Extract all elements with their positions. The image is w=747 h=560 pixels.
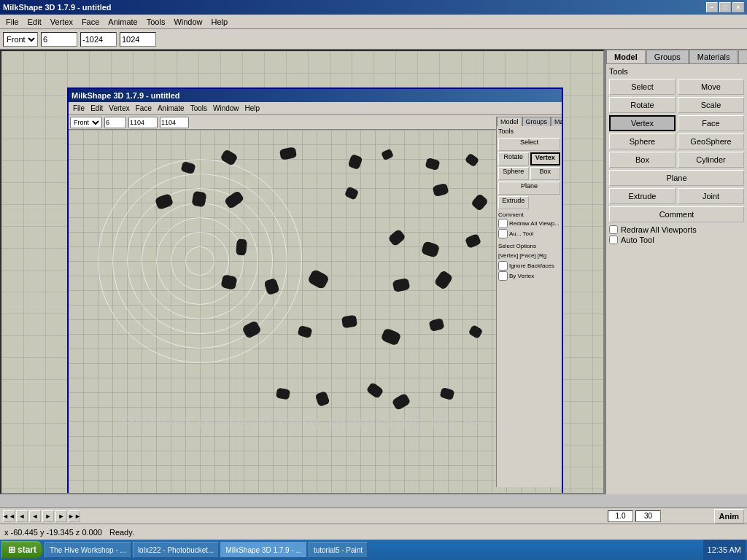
inner-byvertex-checkbox[interactable] <box>498 271 508 281</box>
nav-prev[interactable]: ◄ <box>29 510 41 522</box>
frame-input[interactable] <box>608 510 633 522</box>
select-button[interactable]: Select <box>609 79 676 95</box>
inner-select-btn[interactable]: Select <box>498 138 560 151</box>
clock: 12:35 AM <box>708 545 741 554</box>
inner-menu-tools[interactable]: Tools <box>187 104 210 113</box>
minimize-button[interactable]: − <box>706 2 718 12</box>
menu-edit[interactable]: Edit <box>23 16 46 28</box>
comment-button[interactable]: Comment <box>609 206 744 222</box>
redraw-checkbox[interactable] <box>609 225 618 234</box>
menu-vertex[interactable]: Vertex <box>46 16 77 28</box>
inner-comment-label: Comment <box>498 211 524 218</box>
tab-groups[interactable]: Groups <box>646 50 689 63</box>
inner-menu-animate[interactable]: Animate <box>155 104 187 113</box>
extrude-button[interactable]: Extrude <box>609 188 676 204</box>
inner-menu-help[interactable]: Help <box>242 104 263 113</box>
vertex-button[interactable]: Vertex <box>609 115 676 131</box>
inner-val2[interactable] <box>128 117 158 128</box>
menu-face[interactable]: Face <box>77 16 104 28</box>
menu-file[interactable]: File <box>1 16 23 28</box>
inner-extrude-btn[interactable]: Extrude <box>498 196 529 209</box>
nav-next-next[interactable]: ► <box>55 510 67 522</box>
taskbar-item-2[interactable]: MilkShape 3D 1.7.9 - ... <box>220 542 307 558</box>
inner-panel-tabs: Model Groups Mat... <box>497 117 562 126</box>
inner-val1[interactable] <box>104 117 126 128</box>
inner-byvertex-label: By Vertex <box>509 273 534 279</box>
move-button[interactable]: Move <box>678 79 744 95</box>
tab-materials[interactable]: Materials <box>689 50 738 63</box>
nav-first[interactable]: ◄◄ <box>3 510 15 522</box>
inner-plane-btn[interactable]: Plane <box>498 182 560 195</box>
inner-view-selector[interactable]: Front <box>70 117 102 128</box>
view-selector[interactable]: Front Back Left Top <box>3 32 38 47</box>
inner-tab-mat[interactable]: Mat... <box>551 117 563 126</box>
inner-menu-face[interactable]: Face <box>133 104 155 113</box>
shape-11 <box>344 186 359 200</box>
viewport[interactable]: MilkShape 3D 1.7.9 - untitled File Edit … <box>0 50 605 494</box>
shape-32 <box>366 382 384 400</box>
shape-16 <box>387 228 406 246</box>
inner-menu-edit[interactable]: Edit <box>88 104 106 113</box>
right-panel: Model Groups Materials Joints Tools Sele… <box>605 50 747 494</box>
inner-vertex-btn[interactable]: Vertex <box>530 152 561 166</box>
start-button[interactable]: ⊞ start <box>1 541 43 559</box>
tab-joints[interactable]: Joints <box>738 50 747 63</box>
inner-tab-groups[interactable]: Groups <box>522 117 551 126</box>
menu-animate[interactable]: Animate <box>104 16 142 28</box>
rotate-button[interactable]: Rotate <box>609 97 676 113</box>
menu-window[interactable]: Window <box>169 16 206 28</box>
inner-byvertex-row: By Vertex <box>498 271 560 281</box>
total-frames-input[interactable] <box>635 510 661 522</box>
inner-redraw-checkbox[interactable] <box>498 219 508 228</box>
menu-tools[interactable]: Tools <box>142 16 170 28</box>
redraw-row: Redraw All Viewports <box>609 225 744 234</box>
nav-next[interactable]: ► <box>42 510 54 522</box>
shape-21 <box>307 268 330 289</box>
shape-29 <box>468 324 484 339</box>
inner-menu-file[interactable]: File <box>70 104 88 113</box>
inner-val3[interactable] <box>160 117 189 128</box>
anim-button[interactable]: Anim <box>714 509 745 524</box>
inner-tools-label: Tools <box>497 126 562 136</box>
nav-last[interactable]: ►► <box>69 510 80 522</box>
tab-model[interactable]: Model <box>606 50 646 63</box>
taskbar-item-0[interactable]: The Hive Workshop - ... <box>44 542 131 558</box>
toolbar-val3[interactable] <box>120 32 156 47</box>
taskbar-item-1[interactable]: lolx222 - Photobucket... <box>133 542 220 558</box>
inner-menu-window[interactable]: Window <box>210 104 242 113</box>
toolbar-val1[interactable] <box>41 32 77 47</box>
tools-grid: Select Move Rotate Scale Vertex Face Sph… <box>609 79 744 222</box>
shape-28 <box>428 318 444 332</box>
inner-viewport[interactable]: Protect more of your memories for less! <box>69 130 562 493</box>
shape-22 <box>392 278 411 292</box>
face-button[interactable]: Face <box>678 115 744 131</box>
shape-33 <box>391 393 411 411</box>
shape-23 <box>433 270 453 290</box>
shape-17 <box>421 241 440 258</box>
inner-box-btn[interactable]: Box <box>530 167 561 180</box>
maximize-button[interactable]: □ <box>719 2 731 12</box>
nav-prev-prev[interactable]: ◄ <box>16 510 28 522</box>
inner-window: MilkShape 3D 1.7.9 - untitled File Edit … <box>67 88 563 494</box>
toolbar-val2[interactable] <box>80 32 117 47</box>
inner-rotate-btn[interactable]: Rotate <box>498 152 529 166</box>
auto-tool-checkbox[interactable] <box>609 236 618 244</box>
shape-26 <box>341 315 357 329</box>
menu-help[interactable]: Help <box>207 16 233 28</box>
inner-menu-vertex[interactable]: Vertex <box>106 104 132 113</box>
sphere-button[interactable]: Sphere <box>609 133 676 149</box>
inner-sphere-btn[interactable]: Sphere <box>498 167 529 180</box>
inner-tab-model[interactable]: Model <box>497 117 522 126</box>
box-button[interactable]: Box <box>609 152 676 168</box>
geosphere-button[interactable]: GeoSphere <box>678 133 744 149</box>
taskbar-item-3[interactable]: tutorial5 - Paint <box>309 542 368 558</box>
plane-button[interactable]: Plane <box>609 170 744 186</box>
shape-27 <box>381 327 402 346</box>
cylinder-button[interactable]: Cylinder <box>678 152 744 168</box>
inner-auto-checkbox[interactable] <box>498 229 508 238</box>
scale-button[interactable]: Scale <box>678 97 744 113</box>
close-button[interactable]: × <box>732 2 744 12</box>
joint-button[interactable]: Joint <box>678 188 744 204</box>
inner-auto-row: Au... Tool <box>498 229 560 238</box>
inner-ignore-checkbox[interactable] <box>498 261 508 271</box>
